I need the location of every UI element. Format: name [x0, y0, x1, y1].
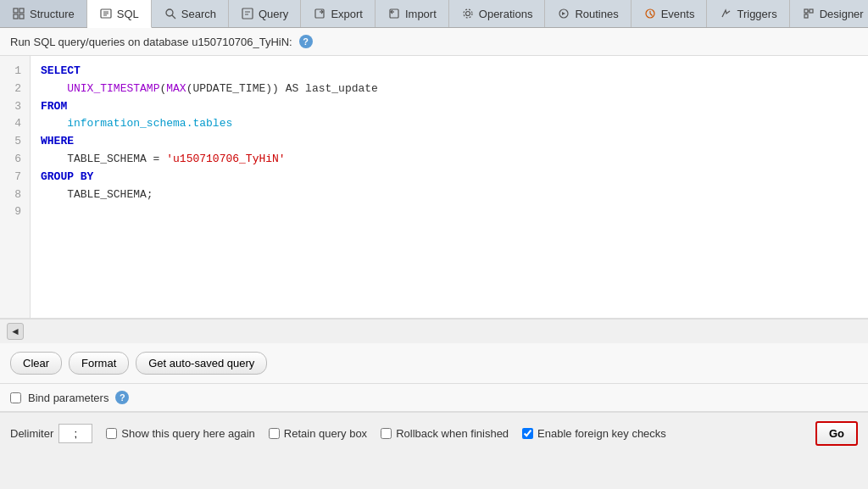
tab-search[interactable]: Search [152, 0, 229, 27]
search-icon [164, 7, 177, 20]
bind-parameters-label: Bind parameters [28, 392, 108, 404]
rollback-checkbox[interactable] [381, 428, 392, 439]
svg-point-17 [465, 12, 470, 16]
tab-sql[interactable]: SQL [87, 0, 152, 28]
events-icon [643, 7, 657, 20]
svg-rect-10 [242, 8, 253, 19]
foreign-key-label: Enable foreign key checks [537, 427, 666, 440]
tab-search-label: Search [181, 8, 216, 20]
svg-rect-2 [14, 14, 18, 19]
svg-rect-25 [804, 14, 808, 18]
operations-icon [461, 7, 475, 20]
tab-events-label: Events [661, 8, 695, 20]
export-icon [313, 7, 326, 20]
svg-line-22 [650, 14, 653, 16]
info-text: Run SQL query/queries on database u15071… [10, 36, 292, 48]
autosaved-button[interactable]: Get auto-saved query [136, 352, 267, 375]
svg-rect-3 [19, 14, 24, 19]
tab-import[interactable]: Import [376, 0, 449, 27]
button-row: Clear Format Get auto-saved query [0, 343, 868, 384]
delimiter-input[interactable] [58, 424, 92, 443]
tab-routines-label: Routines [575, 8, 618, 20]
bind-parameters-checkbox[interactable] [10, 392, 21, 403]
sql-editor-container: 1 2 3 4 5 6 7 8 9 SELECT UNIX_TIMESTAMP(… [0, 56, 868, 319]
line-numbers: 1 2 3 4 5 6 7 8 9 [0, 56, 31, 318]
sql-icon [99, 7, 113, 20]
structure-icon [12, 7, 25, 20]
svg-rect-15 [390, 9, 398, 18]
bind-row: Bind parameters ? [0, 384, 868, 412]
show-query-group: Show this query here again [106, 427, 255, 440]
nav-tabs: Structure SQL Search Query Export Import [0, 0, 868, 28]
tab-routines[interactable]: Routines [545, 0, 631, 27]
info-icon[interactable]: ? [299, 35, 313, 48]
tab-query[interactable]: Query [229, 0, 301, 27]
svg-rect-24 [810, 9, 813, 13]
retain-query-checkbox[interactable] [269, 428, 280, 439]
tab-query-label: Query [259, 8, 288, 20]
foreign-key-group: Enable foreign key checks [522, 427, 666, 440]
designer-icon [802, 7, 815, 20]
query-icon [241, 7, 254, 20]
scroll-arrow-row: ◄ [0, 319, 868, 343]
tab-import-label: Import [405, 8, 437, 20]
tab-operations-label: Operations [479, 8, 533, 20]
rollback-group: Rollback when finished [381, 427, 509, 440]
svg-rect-0 [14, 8, 18, 13]
svg-point-8 [166, 9, 173, 16]
delimiter-label: Delimiter [10, 427, 53, 440]
retain-query-group: Retain query box [269, 427, 367, 440]
tab-sql-label: SQL [117, 8, 139, 20]
retain-query-label: Retain query box [284, 427, 367, 440]
import-icon [387, 7, 401, 20]
tab-operations[interactable]: Operations [449, 0, 546, 27]
svg-point-18 [464, 9, 472, 18]
tab-designer-label: Designer [820, 8, 864, 20]
tab-export-label: Export [331, 8, 363, 20]
svg-rect-1 [19, 8, 24, 13]
show-query-label: Show this query here again [121, 427, 255, 440]
svg-rect-13 [315, 9, 324, 18]
routines-icon [557, 7, 570, 20]
clear-button[interactable]: Clear [10, 352, 62, 375]
tab-structure-label: Structure [30, 8, 75, 20]
info-bar: Run SQL query/queries on database u15071… [0, 28, 868, 56]
scroll-left-button[interactable]: ◄ [7, 323, 24, 340]
foreign-key-checkbox[interactable] [522, 428, 533, 439]
delimiter-group: Delimiter [10, 424, 92, 443]
show-query-checkbox[interactable] [106, 428, 117, 439]
rollback-label: Rollback when finished [396, 427, 509, 440]
go-button[interactable]: Go [815, 421, 858, 446]
bind-parameters-info-icon[interactable]: ? [115, 391, 129, 404]
sql-code-area[interactable]: SELECT UNIX_TIMESTAMP(MAX(UPDATE_TIME)) … [31, 56, 868, 318]
svg-rect-23 [804, 9, 808, 13]
tab-designer[interactable]: Designer [790, 0, 868, 27]
tab-events[interactable]: Events [632, 0, 708, 27]
format-button[interactable]: Format [69, 352, 129, 375]
tab-triggers-label: Triggers [737, 8, 776, 20]
tab-triggers[interactable]: Triggers [707, 0, 789, 27]
tab-export[interactable]: Export [301, 0, 376, 27]
tab-structure[interactable]: Structure [0, 0, 87, 27]
bottom-bar: Delimiter Show this query here again Ret… [0, 412, 868, 454]
triggers-icon [719, 7, 732, 20]
svg-line-9 [172, 15, 175, 19]
